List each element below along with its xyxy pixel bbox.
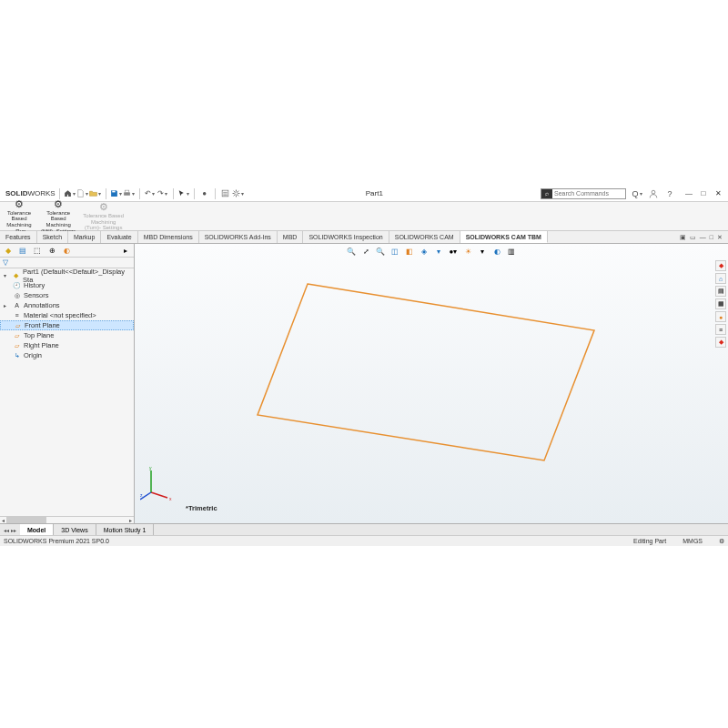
options-gear-icon[interactable]: ▾ [232,187,245,200]
camera-icon[interactable]: ▥ [506,246,518,258]
tree-label: Origin [24,351,42,359]
plane-icon: ▱ [13,331,21,339]
view-settings-icon[interactable]: ▾ [477,246,489,258]
options-list-icon[interactable] [219,187,232,200]
tree-label: Right Plane [24,341,59,349]
svg-rect-2 [125,190,129,192]
zoom-fit-icon[interactable]: 🔍 [346,246,358,258]
tab-markup[interactable]: Markup [68,231,101,243]
search-glass-icon[interactable]: Q▾ [632,188,642,199]
tree-item-top-plane[interactable]: ▱ Top Plane [0,330,134,340]
user-icon[interactable] [648,188,659,199]
feature-tree-tab-icon[interactable]: ◆ [3,245,14,256]
maximize-button[interactable]: □ [697,189,710,198]
status-bar: SOLIDWORKS Premium 2021 SP0.0 Editing Pa… [0,535,728,546]
gear-icon: ⚙ [15,198,24,209]
config-tab-icon[interactable]: ⬚ [32,245,43,256]
search-icon[interactable]: ⌕ [541,189,552,198]
doc-layout-icon[interactable]: ▣ [680,234,686,241]
hide-show-icon[interactable]: ▾ [433,246,445,258]
status-version: SOLIDWORKS Premium 2021 SP0.0 [4,538,109,544]
view-orientation-icon[interactable]: ◧ [404,246,416,258]
brand-text: SOLIDWORKS [5,189,56,197]
tree-root[interactable]: ▾ ◆ Part1 (Default<<Default>_Display Sta [0,270,134,280]
tab-mbd[interactable]: MBD [278,231,304,243]
tree-label: Annotations [24,301,60,309]
help-icon[interactable]: ? [664,188,675,199]
tab-features[interactable]: Features [0,231,37,243]
close-button[interactable]: ✕ [712,189,724,198]
status-gear-icon[interactable]: ⚙ [719,538,724,545]
overflow-icon[interactable]: ▸ [120,245,131,256]
tab-sketch[interactable]: Sketch [37,231,68,243]
redo-icon[interactable]: ↷▾ [157,187,169,200]
tbm-run-button[interactable]: ⚙ Tolerance Based Machining - Run [2,203,36,229]
minimize-button[interactable]: — [682,189,695,198]
file-explorer-tab-icon[interactable]: ▤ [715,286,726,297]
section-view-icon[interactable]: ◫ [389,246,401,258]
filter-funnel-icon[interactable]: ▽ [3,258,8,267]
tab-scroll-left-icon[interactable]: ◂◂ [4,527,9,533]
tree-item-sensors[interactable]: ◎ Sensors [0,290,134,300]
display-tab-icon[interactable]: ◐ [61,245,72,256]
resources-tab-icon[interactable]: ◆ [715,260,726,271]
custom-props-tab-icon[interactable]: ≡ [715,324,726,335]
tab-evaluate[interactable]: Evaluate [101,231,137,243]
display-style-icon[interactable]: ◈ [419,246,430,258]
forum-tab-icon[interactable]: ◆ [715,337,726,348]
tab-cam[interactable]: SOLIDWORKS CAM [389,231,460,243]
task-pane-tabs: ◆ ⌂ ▤ ▦ ● ≡ ◆ [715,260,726,348]
appearance-icon[interactable]: ●▾ [448,246,460,258]
window-controls: — □ ✕ [682,189,724,198]
view-triad[interactable]: x y z [140,465,177,501]
tab-3d-views[interactable]: 3D Views [54,524,96,535]
doc-tile-icon[interactable]: ▭ [690,234,696,241]
tab-motion-study[interactable]: Motion Study 1 [96,524,155,535]
save-icon[interactable]: ▾ [110,187,123,200]
tree-label: Sensors [24,291,49,299]
feature-tree: ▾ ◆ Part1 (Default<<Default>_Display Sta… [0,268,134,516]
dimxpert-tab-icon[interactable]: ⊕ [46,245,57,256]
tree-item-material[interactable]: ≡ Material <not specified> [0,310,134,320]
design-library-tab-icon[interactable]: ⌂ [715,273,726,284]
front-plane-outline[interactable] [253,282,599,464]
part-icon: ◆ [13,271,20,279]
undo-icon[interactable]: ↶▾ [144,187,157,200]
tab-cam-tbm[interactable]: SOLIDWORKS CAM TBM [460,231,548,243]
scene-icon[interactable]: ☀ [462,246,474,258]
open-icon[interactable]: ▾ [89,187,102,200]
previous-view-icon[interactable]: 🔍 [375,246,387,258]
status-units[interactable]: MMGS [682,538,703,544]
tab-scroll-right-icon[interactable]: ▸▸ [11,527,16,533]
tree-label: Top Plane [24,331,54,339]
doc-minimize-button[interactable]: — [700,234,706,240]
render-icon[interactable]: ◐ [491,246,503,258]
select-icon[interactable]: ▾ [177,187,190,200]
zoom-area-icon[interactable]: ⤢ [360,246,372,258]
tab-addins[interactable]: SOLIDWORKS Add-Ins [199,231,278,243]
command-search[interactable]: ⌕ [541,188,626,199]
tree-item-right-plane[interactable]: ▱ Right Plane [0,340,134,350]
print-icon[interactable]: ▾ [123,187,136,200]
filter-row: ▽ [0,258,134,268]
search-input[interactable] [552,190,625,197]
view-palette-tab-icon[interactable]: ▦ [715,298,726,309]
3d-viewport[interactable]: 🔍 ⤢ 🔍 ◫ ◧ ◈ ▾ ●▾ ☀ ▾ ◐ ▥ ◆ ⌂ ▤ ▦ ● ≡ [135,244,728,523]
appearances-tab-icon[interactable]: ● [715,311,726,322]
tree-item-annotations[interactable]: ▸ A Annotations [0,300,134,310]
new-doc-icon[interactable]: ▾ [76,187,89,200]
doc-maximize-button[interactable]: □ [710,234,713,240]
tab-inspection[interactable]: SOLIDWORKS Inspection [303,231,389,243]
tab-model[interactable]: Model [20,524,54,535]
panel-scrollbar[interactable]: ◂▸ [0,516,134,523]
tbm-mill-settings-button[interactable]: ⚙ Tolerance Based Machining (Mill)- Sett… [38,203,78,229]
property-tab-icon[interactable]: ▤ [17,245,28,256]
svg-line-7 [151,492,167,498]
tree-item-front-plane[interactable]: ▱ Front Plane [0,320,134,330]
svg-rect-0 [112,191,115,193]
tree-item-origin[interactable]: ↳ Origin [0,350,134,360]
rebuild-icon[interactable]: ● [198,187,211,200]
doc-close-button[interactable]: ✕ [717,234,723,241]
tab-mbd-dimensions[interactable]: MBD Dimensions [138,231,199,243]
home-icon[interactable]: ▾ [64,187,76,200]
